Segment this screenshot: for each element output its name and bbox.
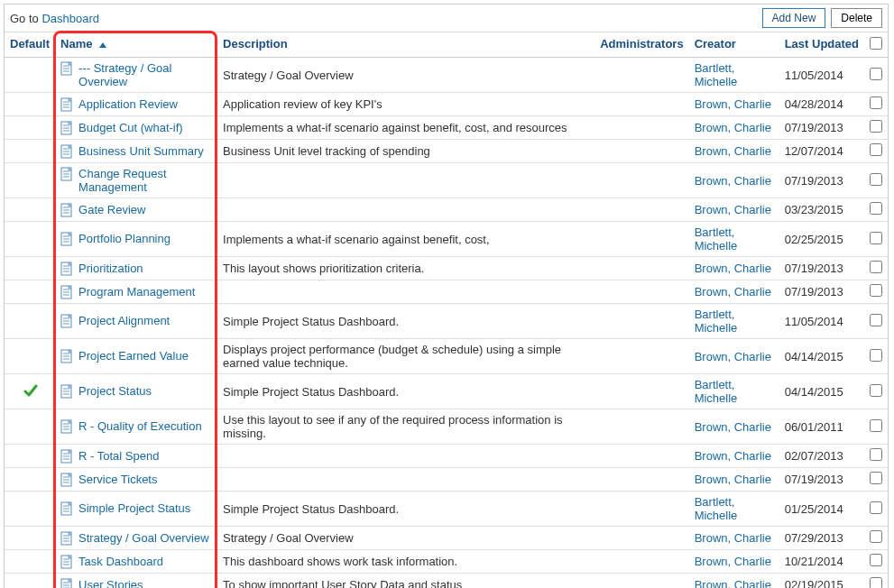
col-name[interactable]: Name [55,32,217,58]
row-checkbox[interactable] [870,202,882,215]
last-updated-cell: 07/19/2013 [779,163,864,198]
default-cell [5,116,55,140]
creator-link[interactable]: Bartlett, Michelle [695,378,738,405]
dashboard-name-link[interactable]: Project Status [78,384,152,398]
dashboard-name-link[interactable]: Simple Project Status [78,501,190,515]
administrators-cell [594,163,688,198]
row-checkbox[interactable] [870,314,882,326]
delete-button[interactable]: Delete [831,8,882,28]
row-checkbox[interactable] [870,143,882,156]
table-row: Project AlignmentSimple Project Status D… [5,304,888,339]
document-icon [60,578,73,589]
default-cell [5,140,55,163]
dashboard-name-link[interactable]: Program Management [78,285,195,299]
dashboard-name-link[interactable]: Service Tickets [78,473,157,486]
table-row: Business Unit SummaryBusiness Unit level… [5,140,888,163]
select-cell [864,550,888,574]
dashboard-name-link[interactable]: Strategy / Goal Overview [78,531,209,545]
name-cell: R - Quality of Execution [55,409,217,445]
description-cell: Implements a what-if scenario against be… [217,116,594,140]
creator-link[interactable]: Brown, Charlie [695,174,771,188]
select-cell [864,409,888,445]
description-cell [217,163,594,198]
administrators-cell [594,527,688,550]
table-row: R - Quality of ExecutionUse this layout … [5,409,888,445]
dashboard-name-link[interactable]: Budget Cut (what-if) [78,121,183,134]
document-icon [60,555,73,569]
row-checkbox[interactable] [870,261,882,273]
select-cell [864,257,888,280]
administrators-cell [594,468,688,492]
dashboard-name-link[interactable]: Task Dashboard [78,555,163,568]
creator-link[interactable]: Brown, Charlie [695,578,771,588]
col-select-all[interactable] [864,32,888,58]
row-checkbox[interactable] [870,577,882,588]
row-checkbox[interactable] [870,472,882,484]
row-checkbox[interactable] [870,554,882,566]
dashboard-name-link[interactable]: User Stories [78,578,143,589]
creator-link[interactable]: Brown, Charlie [695,350,771,363]
creator-link[interactable]: Brown, Charlie [695,285,771,299]
creator-link[interactable]: Brown, Charlie [695,420,771,434]
row-checkbox[interactable] [870,284,882,297]
col-creator[interactable]: Creator [689,32,779,58]
add-new-button[interactable]: Add New [762,8,826,28]
row-checkbox[interactable] [870,501,882,514]
document-icon [60,419,73,434]
creator-link[interactable]: Bartlett, Michelle [695,308,738,335]
name-cell: Change Request Management [55,163,217,198]
dashboard-name-link[interactable]: Portfolio Planning [78,232,171,245]
dashboard-name-link[interactable]: Application Review [78,97,178,111]
row-checkbox[interactable] [870,68,882,80]
select-all-checkbox[interactable] [870,37,882,50]
creator-link[interactable]: Brown, Charlie [695,449,771,463]
default-cell [5,527,55,550]
last-updated-cell: 12/07/2014 [779,140,864,163]
col-last-updated[interactable]: Last Updated [779,32,864,58]
row-checkbox[interactable] [870,96,882,109]
row-checkbox[interactable] [870,384,882,397]
dashboard-name-link[interactable]: Business Unit Summary [78,144,204,158]
name-cell: Portfolio Planning [55,222,217,257]
dashboard-name-link[interactable]: Gate Review [78,203,145,216]
creator-link[interactable]: Brown, Charlie [695,203,771,216]
table-row: Budget Cut (what-if)Implements a what-if… [5,116,888,140]
dashboard-name-link[interactable]: R - Quality of Execution [78,419,202,433]
select-cell [864,304,888,339]
default-cell [5,492,55,527]
row-checkbox[interactable] [870,448,882,461]
document-icon [60,314,73,328]
creator-link[interactable]: Brown, Charlie [695,144,771,158]
name-cell: Budget Cut (what-if) [55,116,217,140]
breadcrumb-link[interactable]: Dashboard [41,12,99,25]
row-checkbox[interactable] [870,232,882,244]
creator-link[interactable]: Bartlett, Michelle [695,61,738,88]
dashboard-name-link[interactable]: --- Strategy / Goal Overview [78,61,212,88]
col-administrators[interactable]: Administrators [594,32,688,58]
dashboard-name-link[interactable]: Project Earned Value [78,349,189,363]
dashboard-name-link[interactable]: R - Total Spend [78,449,159,463]
row-checkbox[interactable] [870,530,882,543]
row-checkbox[interactable] [870,419,882,432]
dashboard-name-link[interactable]: Project Alignment [78,314,170,327]
creator-link[interactable]: Bartlett, Michelle [695,225,738,253]
col-description[interactable]: Description [217,32,594,58]
creator-link[interactable]: Brown, Charlie [695,531,771,545]
row-checkbox[interactable] [870,173,882,186]
dashboard-name-link[interactable]: Change Request Management [78,167,212,194]
dashboard-name-link[interactable]: Prioritization [78,262,143,275]
document-icon [60,449,73,464]
creator-link[interactable]: Brown, Charlie [695,262,771,275]
col-default[interactable]: Default [5,32,55,58]
row-checkbox[interactable] [870,349,882,362]
creator-link[interactable]: Bartlett, Michelle [695,495,738,522]
creator-link[interactable]: Brown, Charlie [695,473,771,486]
table-row: Task DashboardThis dashboard shows work … [5,550,888,574]
name-cell: Business Unit Summary [55,140,217,163]
creator-link[interactable]: Brown, Charlie [695,121,771,134]
creator-cell: Brown, Charlie [689,445,779,468]
select-cell [864,93,888,116]
creator-link[interactable]: Brown, Charlie [695,555,771,568]
row-checkbox[interactable] [870,120,882,133]
creator-link[interactable]: Brown, Charlie [695,97,771,111]
